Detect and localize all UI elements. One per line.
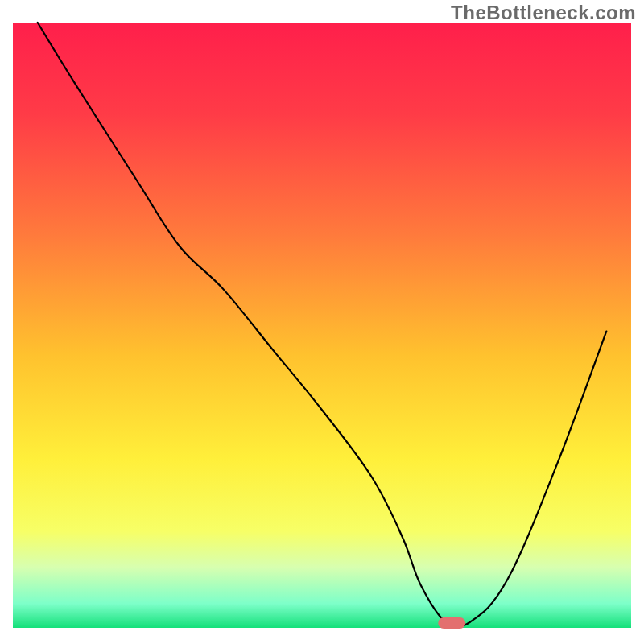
optimal-marker [438,617,465,629]
chart-svg [0,0,644,644]
watermark-text: TheBottleneck.com [451,2,636,24]
chart-stage: TheBottleneck.com [0,0,644,644]
plot-background [13,23,631,628]
